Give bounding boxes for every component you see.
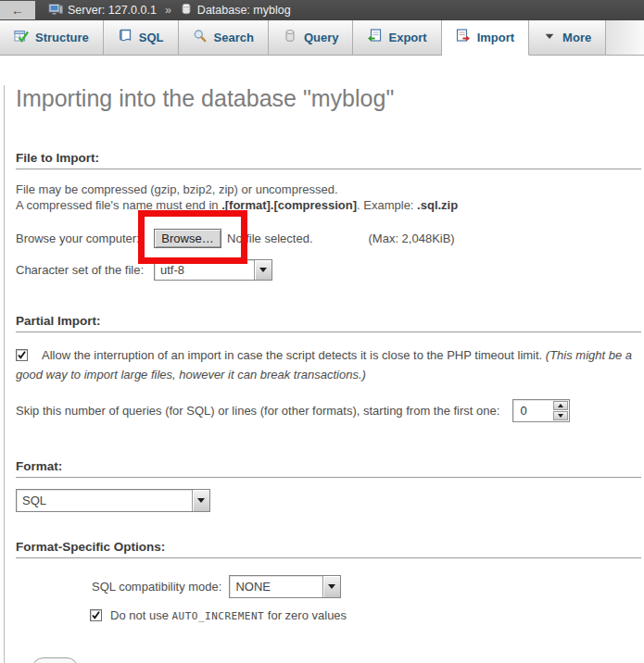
spinner-buttons (552, 400, 569, 421)
breadcrumb: Server: 127.0.0.1 » Database: myblog (48, 2, 291, 19)
back-button[interactable]: ← (0, 1, 35, 19)
auto-increment-label: Do not use AUTO_INCREMENT for zero value… (110, 608, 347, 622)
sql-compatibility-arrow-icon[interactable] (322, 576, 340, 597)
query-icon (283, 29, 297, 46)
auto-increment-checkbox[interactable] (90, 609, 102, 621)
search-icon (193, 29, 208, 46)
tab-label: SQL (139, 31, 164, 44)
format-select[interactable]: SQL (16, 489, 210, 512)
browse-label: Browse your computer: (16, 231, 154, 245)
tab-label: More (562, 31, 591, 44)
tab-structure[interactable]: Structure (0, 20, 104, 56)
format-row: SQL (16, 489, 641, 512)
export-icon (367, 29, 382, 46)
back-arrow-icon: ← (11, 4, 24, 17)
max-size-note: (Max: 2,048KiB) (369, 231, 455, 245)
tab-label: Export (388, 31, 426, 44)
compression-info-line: File may be compressed (gzip, bzip2, zip… (16, 181, 641, 197)
database-icon (180, 2, 193, 19)
tab-bar: Structure SQL Search Query (0, 20, 644, 56)
tab-export[interactable]: Export (353, 20, 441, 56)
auto-increment-code: AUTO_INCREMENT (172, 610, 265, 622)
tab-more[interactable]: More (529, 20, 606, 56)
section-heading-format-specific-options: Format-Specific Options: (16, 540, 641, 558)
chevron-down-icon (543, 30, 556, 45)
skip-queries-value: 0 (513, 400, 552, 421)
skip-queries-row: Skip this number of queries (for SQL) or… (16, 399, 641, 422)
format-select-arrow-icon[interactable] (192, 490, 209, 511)
tab-label: Structure (35, 31, 89, 44)
breadcrumb-database[interactable]: Database: myblog (197, 4, 291, 17)
breadcrumb-bar: ← Server: 127.0.0.1 » Database: myblog (0, 0, 644, 20)
page-title: Importing into the database "myblog" (16, 85, 641, 112)
allow-interruption-checkbox[interactable] (16, 349, 28, 361)
tab-search[interactable]: Search (179, 20, 269, 56)
charset-select[interactable]: utf-8 (154, 259, 272, 281)
sql-compatibility-label: SQL compatibility mode: (92, 580, 221, 594)
format-select-value: SQL (17, 490, 192, 511)
tab-sql[interactable]: SQL (104, 20, 179, 56)
spinner-up-icon[interactable] (553, 401, 568, 410)
charset-select-value: utf-8 (155, 260, 254, 280)
section-heading-file-to-import: File to Import: (16, 151, 641, 169)
breadcrumb-server[interactable]: Server: 127.0.0.1 (68, 4, 157, 17)
charset-label: Character set of the file: (16, 263, 154, 277)
main-content: Importing into the database "myblog" Fil… (4, 85, 644, 663)
allow-interruption-row: Allow the interruption of an import in c… (16, 345, 635, 384)
tab-label: Import (477, 31, 514, 44)
filename-format-line: A compressed file's name must end in .[f… (16, 197, 641, 213)
server-icon (48, 2, 63, 19)
tab-label: Query (304, 31, 339, 44)
charset-row: Character set of the file: utf-8 (16, 259, 641, 281)
skip-queries-spinner[interactable]: 0 (512, 399, 570, 422)
section-heading-format: Format: (16, 459, 641, 478)
structure-icon (14, 29, 29, 46)
tab-query[interactable]: Query (269, 20, 354, 56)
sql-compatibility-select[interactable]: NONE (229, 575, 341, 598)
charset-select-arrow-icon[interactable] (254, 260, 271, 280)
file-import-description: File may be compressed (gzip, bzip2, zip… (16, 181, 641, 213)
section-heading-partial-import: Partial Import: (16, 314, 641, 332)
go-button[interactable]: Go (32, 657, 79, 663)
skip-queries-label: Skip this number of queries (for SQL) or… (16, 404, 499, 418)
spinner-down-icon[interactable] (553, 411, 568, 420)
allow-interruption-label: Allow the interruption of an import in c… (42, 348, 546, 362)
tab-bar-filler (606, 20, 644, 56)
import-icon (456, 29, 471, 46)
browse-file-row: Browse your computer: Browse… No file se… (16, 229, 641, 248)
tab-import[interactable]: Import (442, 20, 529, 56)
no-file-selected-text: No file selected. (227, 231, 313, 245)
tab-label: Search (214, 31, 254, 44)
sql-compatibility-value: NONE (230, 576, 322, 597)
breadcrumb-separator: » (165, 4, 171, 17)
sql-compatibility-row: SQL compatibility mode: NONE (16, 575, 641, 598)
sql-icon (118, 29, 133, 46)
browse-button[interactable]: Browse… (154, 229, 221, 248)
auto-increment-row: Do not use AUTO_INCREMENT for zero value… (16, 608, 641, 622)
